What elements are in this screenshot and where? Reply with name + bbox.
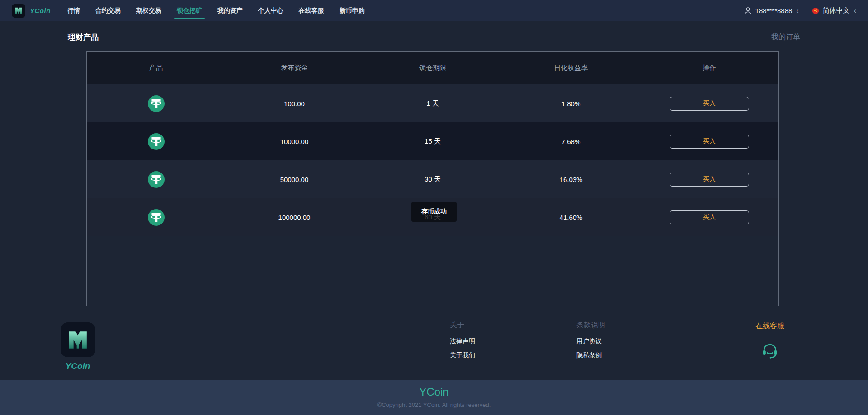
nav-item[interactable]: 期权交易	[128, 0, 169, 21]
period-cell: 15 天	[363, 137, 502, 146]
footer-links: 用户协议隐私条例	[576, 337, 605, 359]
nav-menu: 行情 合约交易 期权交易 锁仓挖矿 我的资产 个人中心 在线客服 新币申购	[60, 0, 373, 21]
table-header-cell: 日化收益率	[502, 64, 640, 72]
footer-column-heading: 条款说明	[576, 321, 605, 330]
user-phone: 188****8888	[755, 7, 793, 14]
footer-logo[interactable]: YCoin	[60, 322, 95, 371]
nav-item[interactable]: 锁仓挖矿	[169, 0, 210, 21]
footer-customer-service: 在线客服	[748, 322, 792, 362]
buy-button[interactable]: 买入	[670, 210, 749, 224]
nav-item[interactable]: 我的资产	[210, 0, 250, 21]
buy-button[interactable]: 买入	[670, 97, 749, 111]
footer-link[interactable]: 关于我们	[450, 351, 475, 359]
bottom-brand: YCoin	[0, 380, 868, 398]
products-table: 产品 发布资金 锁仓期限 日化收益率 操作 100.00 1 天 1.80% 买…	[86, 51, 779, 306]
product-cell	[87, 209, 225, 226]
product-cell	[87, 95, 225, 112]
nav-item[interactable]: 新币申购	[332, 0, 373, 21]
user-icon	[744, 6, 752, 15]
page-title: 理财产品	[68, 32, 99, 42]
usdt-coin-icon	[148, 209, 165, 226]
period-cell: 30 天	[363, 175, 502, 184]
action-cell: 买入	[640, 97, 778, 111]
usdt-coin-icon	[148, 171, 165, 188]
brand-logo-icon	[14, 6, 24, 16]
table-header-cell: 锁仓期限	[363, 64, 502, 72]
table-row: 100.00 1 天 1.80% 买入	[87, 84, 778, 122]
footer-column-heading: 关于	[450, 321, 475, 330]
period-cell: 1 天	[363, 99, 502, 108]
table-header-cell: 产品	[87, 64, 225, 72]
amount-cell: 50000.00	[225, 176, 363, 183]
table-row: 50000.00 30 天 16.03% 买入	[87, 160, 778, 198]
nav-item[interactable]: 个人中心	[250, 0, 291, 21]
toast-message: 存币成功	[411, 202, 457, 222]
footer-link[interactable]: 用户协议	[576, 337, 605, 345]
user-menu[interactable]: 188****8888 ‹	[744, 6, 799, 15]
rate-cell: 7.68%	[502, 138, 640, 145]
rate-cell: 1.80%	[502, 100, 640, 107]
action-cell: 买入	[640, 210, 778, 224]
title-bar: 理财产品 我的订单	[0, 21, 868, 42]
product-cell	[87, 133, 225, 150]
rate-cell: 41.60%	[502, 214, 640, 221]
amount-cell: 100.00	[225, 100, 363, 107]
headset-icon[interactable]	[748, 340, 792, 362]
navbar: YCoin 行情 合约交易 期权交易 锁仓挖矿 我的资产 个人中心 在线客服 新…	[0, 0, 868, 21]
footer-column-terms: 条款说明 用户协议隐私条例	[576, 321, 605, 365]
brand-name[interactable]: YCoin	[30, 7, 51, 14]
amount-cell: 100000.00	[225, 214, 363, 221]
table-header-row: 产品 发布资金 锁仓期限 日化收益率 操作	[87, 52, 778, 84]
flag-icon	[811, 7, 820, 15]
language-menu[interactable]: 简体中文 ‹	[811, 6, 856, 15]
table-header-cell: 发布资金	[225, 64, 363, 72]
buy-button[interactable]: 买入	[670, 173, 749, 187]
action-cell: 买入	[640, 173, 778, 187]
brand-logo[interactable]	[12, 4, 25, 18]
footer: YCoin 关于 法律声明关于我们 条款说明 用户协议隐私条例 在线客服	[0, 306, 868, 382]
usdt-coin-icon	[148, 133, 165, 150]
copyright-text: ©Copyright 2021 YCoin. All rights reserv…	[0, 401, 868, 408]
usdt-coin-icon	[148, 95, 165, 112]
product-cell	[87, 171, 225, 188]
nav-item[interactable]: 行情	[60, 0, 88, 21]
nav-item[interactable]: 合约交易	[88, 0, 128, 21]
chevron-icon: ‹	[854, 7, 856, 15]
table-row: 10000.00 15 天 7.68% 买入	[87, 122, 778, 160]
customer-service-link[interactable]: 在线客服	[748, 322, 792, 331]
footer-link[interactable]: 隐私条例	[576, 351, 605, 359]
nav-item[interactable]: 在线客服	[291, 0, 332, 21]
language-label: 简体中文	[823, 6, 850, 15]
bottom-bar: YCoin ©Copyright 2021 YCoin. All rights …	[0, 380, 868, 415]
footer-logo-box	[61, 322, 95, 357]
footer-link[interactable]: 法律声明	[450, 337, 475, 345]
table-header-cell: 操作	[640, 64, 778, 72]
footer-links: 法律声明关于我们	[450, 337, 475, 359]
footer-column-about: 关于 法律声明关于我们	[450, 321, 475, 365]
nav-right: 188****8888 ‹ 简体中文 ‹	[744, 6, 856, 15]
amount-cell: 10000.00	[225, 138, 363, 145]
chevron-icon: ‹	[796, 7, 798, 15]
brand-logo-icon	[65, 327, 90, 353]
my-orders-link[interactable]: 我的订单	[771, 33, 800, 42]
buy-button[interactable]: 买入	[670, 135, 749, 149]
rate-cell: 16.03%	[502, 176, 640, 183]
footer-brand-name: YCoin	[60, 361, 95, 371]
action-cell: 买入	[640, 135, 778, 149]
